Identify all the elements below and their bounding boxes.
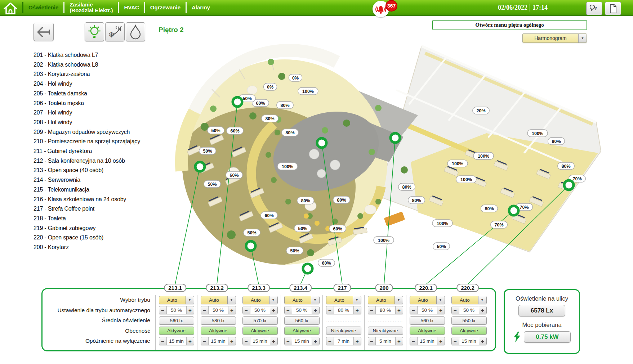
off-delay-stepper-minus-button[interactable]: − [410, 337, 418, 345]
room-list-item[interactable]: 214 - Serwerownia [34, 175, 140, 185]
mode-select[interactable]: Auto▼ [201, 296, 236, 304]
off-delay-stepper-plus-button[interactable]: + [186, 337, 194, 345]
mode-select-value: Auto [159, 296, 186, 304]
svg-text:60%: 60% [322, 261, 331, 266]
room-list-item[interactable]: 201 - Klatka schodowa L7 [34, 50, 140, 60]
room-list-item[interactable]: 217 - Strefa Coffee point [34, 204, 140, 214]
info-panel: Oświetlenie na ulicy 6578 Lx Moc pobiera… [504, 289, 580, 354]
off-delay-stepper-minus-button[interactable]: − [368, 337, 376, 345]
room-list-item[interactable]: 206 - Toaleta męska [34, 99, 140, 108]
presence-status[interactable]: Nieaktywne [368, 327, 403, 335]
off-delay-stepper-plus-button[interactable]: + [395, 337, 403, 345]
auto-level-stepper-minus-button[interactable]: − [201, 306, 209, 314]
presence-status[interactable]: Aktywne [284, 327, 320, 335]
room-list-item[interactable]: 204 - Hol windy [34, 79, 140, 89]
off-delay-stepper-plus-button[interactable]: + [437, 337, 445, 345]
auto-level-stepper-minus-button[interactable]: − [326, 306, 334, 314]
auto-level-stepper-minus-button[interactable]: − [452, 306, 459, 314]
room-list-item[interactable]: 218 - Toaleta [34, 214, 140, 224]
auto-level-stepper-plus-button[interactable]: + [353, 306, 361, 314]
room-list-item[interactable]: 205 - Toaleta damska [34, 89, 140, 99]
room-list-item[interactable]: 209 - Magazyn odpadów spożywczych [34, 127, 140, 137]
auto-level-stepper-value: 50 % [418, 306, 437, 314]
zone-marker-220.1[interactable] [509, 206, 518, 215]
auto-level-stepper-plus-button[interactable]: + [479, 306, 486, 314]
mode-select[interactable]: Auto▼ [284, 296, 320, 304]
zone-marker-220.2[interactable] [564, 180, 574, 190]
zone-marker-213.3[interactable] [246, 241, 255, 251]
mode-select[interactable]: Auto▼ [451, 296, 487, 304]
panel-row-label: Ustawienie dla trybu automatycznego [43, 305, 155, 316]
zone-marker-213.4[interactable] [303, 264, 312, 273]
off-delay-stepper-minus-button[interactable]: − [285, 337, 292, 345]
room-list-item[interactable]: 207 - Hol windy [34, 108, 140, 118]
room-list-item[interactable]: 216 - Klasa szkoleniowa na 24 osoby [34, 195, 140, 205]
room-list-item[interactable]: 202 - Klatka schodowa L8 [34, 60, 140, 70]
svg-text:60%: 60% [230, 129, 239, 134]
mode-select[interactable]: Auto▼ [159, 296, 194, 304]
chevron-down-icon[interactable]: ▼ [436, 296, 445, 304]
off-delay-stepper-minus-button[interactable]: − [243, 337, 250, 345]
auto-level-stepper-minus-button[interactable]: − [410, 306, 418, 314]
off-delay-stepper-minus-button[interactable]: − [452, 337, 459, 345]
chevron-down-icon[interactable]: ▼ [227, 296, 236, 304]
zone-marker-200[interactable] [391, 133, 400, 143]
chevron-down-icon[interactable]: ▼ [311, 296, 319, 304]
room-list-item[interactable]: 211 - Gabinet dyrektora [34, 147, 140, 156]
mode-select[interactable]: Auto▼ [242, 296, 278, 304]
chevron-down-icon[interactable]: ▼ [394, 296, 403, 304]
presence-status[interactable]: Aktywne [159, 327, 194, 335]
off-delay-stepper-plus-button[interactable]: + [479, 337, 486, 345]
chevron-down-icon[interactable]: ▼ [478, 296, 486, 304]
auto-level-stepper-plus-button[interactable]: + [270, 306, 277, 314]
room-list-item[interactable]: 219 - Gabinet zabiegowy [34, 224, 140, 233]
svg-text:80%: 80% [301, 198, 310, 203]
room-list-item[interactable]: 210 - Pomieszczenie na sprzęt sprzątając… [34, 137, 140, 147]
mode-select[interactable]: Auto▼ [410, 296, 445, 304]
auto-level-stepper-plus-button[interactable]: + [228, 306, 236, 314]
off-delay-stepper-plus-button[interactable]: + [353, 337, 361, 345]
svg-text:0%: 0% [267, 85, 273, 90]
off-delay-stepper-plus-button[interactable]: + [270, 337, 277, 345]
presence-status[interactable]: Nieaktywne [326, 327, 361, 335]
light-level-bubble: 60% [226, 171, 243, 179]
auto-level-stepper-plus-button[interactable]: + [312, 306, 319, 314]
presence-status[interactable]: Aktywne [201, 327, 236, 335]
auto-level-stepper-minus-button[interactable]: − [243, 306, 250, 314]
room-list-item[interactable]: 215 - Telekomunikacja [34, 185, 140, 195]
off-delay-stepper-plus-button[interactable]: + [228, 337, 236, 345]
auto-level-stepper-plus-button[interactable]: + [395, 306, 403, 314]
svg-text:50%: 50% [203, 149, 212, 154]
chevron-down-icon[interactable]: ▼ [269, 296, 277, 304]
mode-select[interactable]: Auto▼ [326, 296, 361, 304]
panel-row-label: Średnia oświetlenie [43, 315, 155, 326]
presence-status[interactable]: Aktywne [451, 327, 487, 335]
auto-level-stepper-minus-button[interactable]: − [368, 306, 376, 314]
mode-select[interactable]: Auto▼ [368, 296, 403, 304]
room-list-item[interactable]: 213 - Open space (40 osób) [34, 166, 140, 175]
zone-marker-217[interactable] [317, 138, 326, 148]
chevron-down-icon[interactable]: ▼ [353, 296, 361, 304]
off-delay-stepper-plus-button[interactable]: + [312, 337, 319, 345]
zone-marker-213.2[interactable] [233, 97, 242, 107]
off-delay-stepper-minus-button[interactable]: − [201, 337, 209, 345]
auto-level-stepper-minus-button[interactable]: − [159, 306, 167, 314]
room-list-item[interactable]: 200 - Korytarz [34, 243, 140, 252]
room-list-item[interactable]: 212 - Sala konferencyjna na 10 osób [34, 156, 140, 166]
presence-status[interactable]: Aktywne [242, 327, 278, 335]
room-list-item[interactable]: 208 - Hol windy [34, 118, 140, 127]
off-delay-stepper-minus-button[interactable]: − [159, 337, 167, 345]
svg-text:100%: 100% [378, 238, 389, 243]
presence-status[interactable]: Aktywne [410, 327, 445, 335]
auto-level-stepper-minus-button[interactable]: − [285, 306, 292, 314]
zone-marker-213.1[interactable] [195, 162, 205, 171]
lightning-bolt-icon [513, 331, 521, 343]
auto-level-stepper-plus-button[interactable]: + [186, 306, 194, 314]
room-list-item[interactable]: 203 - Korytarz-zasłona [34, 69, 140, 79]
mode-select-value: Auto [285, 296, 311, 304]
auto-level-stepper-plus-button[interactable]: + [437, 306, 445, 314]
chevron-down-icon[interactable]: ▼ [186, 296, 194, 304]
svg-text:70%: 70% [494, 223, 503, 228]
off-delay-stepper-minus-button[interactable]: − [326, 337, 334, 345]
room-list-item[interactable]: 220 - Open space (15 osób) [34, 233, 140, 243]
